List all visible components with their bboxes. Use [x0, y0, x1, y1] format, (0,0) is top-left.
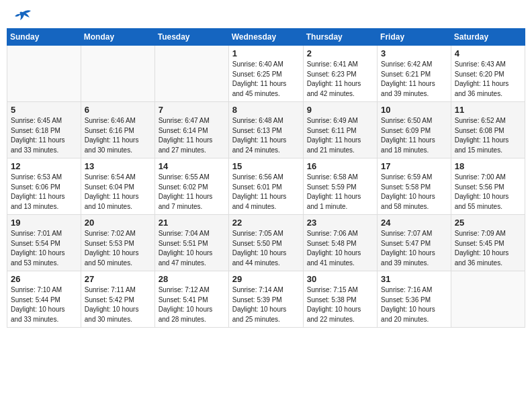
day-info: Sunrise: 7:16 AM Sunset: 5:36 PM Dayligh… — [381, 285, 447, 324]
calendar-cell: 18Sunrise: 7:00 AM Sunset: 5:56 PM Dayli… — [451, 158, 525, 215]
calendar-cell: 15Sunrise: 6:56 AM Sunset: 6:01 PM Dayli… — [228, 158, 303, 215]
calendar-cell — [81, 46, 154, 102]
day-info: Sunrise: 6:41 AM Sunset: 6:23 PM Dayligh… — [307, 60, 373, 99]
day-number: 22 — [232, 218, 300, 228]
calendar-cell: 6Sunrise: 6:46 AM Sunset: 6:16 PM Daylig… — [81, 102, 154, 158]
day-info: Sunrise: 6:50 AM Sunset: 6:09 PM Dayligh… — [381, 116, 447, 155]
day-number: 13 — [85, 161, 151, 171]
day-number: 4 — [455, 48, 521, 58]
day-number: 29 — [232, 274, 300, 284]
day-info: Sunrise: 7:14 AM Sunset: 5:39 PM Dayligh… — [232, 285, 300, 324]
weekday-header-wednesday: Wednesday — [228, 29, 303, 46]
day-number: 7 — [159, 105, 225, 115]
day-number: 31 — [381, 274, 447, 284]
calendar-table: SundayMondayTuesdayWednesdayThursdayFrid… — [7, 28, 525, 328]
day-info: Sunrise: 7:05 AM Sunset: 5:50 PM Dayligh… — [232, 229, 300, 268]
weekday-header-saturday: Saturday — [451, 29, 525, 46]
calendar-cell: 17Sunrise: 6:59 AM Sunset: 5:58 PM Dayli… — [378, 158, 451, 215]
day-number: 21 — [159, 218, 225, 228]
day-number: 30 — [307, 274, 373, 284]
calendar-cell — [451, 271, 525, 328]
calendar-cell: 16Sunrise: 6:58 AM Sunset: 5:59 PM Dayli… — [303, 158, 377, 215]
logo — [12, 9, 32, 20]
day-info: Sunrise: 6:48 AM Sunset: 6:13 PM Dayligh… — [232, 116, 300, 155]
day-info: Sunrise: 7:04 AM Sunset: 5:51 PM Dayligh… — [159, 229, 225, 268]
calendar-cell: 23Sunrise: 7:06 AM Sunset: 5:48 PM Dayli… — [303, 215, 377, 271]
day-number: 24 — [381, 218, 447, 228]
day-info: Sunrise: 7:15 AM Sunset: 5:38 PM Dayligh… — [307, 285, 373, 324]
day-info: Sunrise: 6:54 AM Sunset: 6:04 PM Dayligh… — [85, 173, 151, 212]
day-number: 8 — [232, 105, 300, 115]
day-number: 12 — [11, 161, 77, 171]
calendar-cell: 22Sunrise: 7:05 AM Sunset: 5:50 PM Dayli… — [228, 215, 303, 271]
calendar-cell: 12Sunrise: 6:53 AM Sunset: 6:06 PM Dayli… — [7, 158, 81, 215]
day-number: 15 — [232, 161, 300, 171]
day-number: 6 — [85, 105, 151, 115]
day-number: 23 — [307, 218, 373, 228]
day-info: Sunrise: 7:02 AM Sunset: 5:53 PM Dayligh… — [85, 229, 151, 268]
day-info: Sunrise: 6:49 AM Sunset: 6:11 PM Dayligh… — [307, 116, 373, 155]
day-info: Sunrise: 6:46 AM Sunset: 6:16 PM Dayligh… — [85, 116, 151, 155]
day-info: Sunrise: 6:42 AM Sunset: 6:21 PM Dayligh… — [381, 60, 447, 99]
day-number: 27 — [85, 274, 151, 284]
day-info: Sunrise: 6:52 AM Sunset: 6:08 PM Dayligh… — [455, 116, 521, 155]
calendar-cell: 29Sunrise: 7:14 AM Sunset: 5:39 PM Dayli… — [228, 271, 303, 328]
weekday-header-friday: Friday — [378, 29, 451, 46]
day-number: 26 — [11, 274, 77, 284]
day-info: Sunrise: 7:06 AM Sunset: 5:48 PM Dayligh… — [307, 229, 373, 268]
calendar-cell: 14Sunrise: 6:55 AM Sunset: 6:02 PM Dayli… — [154, 158, 228, 215]
calendar-cell: 8Sunrise: 6:48 AM Sunset: 6:13 PM Daylig… — [228, 102, 303, 158]
day-info: Sunrise: 6:47 AM Sunset: 6:14 PM Dayligh… — [159, 116, 225, 155]
calendar-cell: 11Sunrise: 6:52 AM Sunset: 6:08 PM Dayli… — [451, 102, 525, 158]
weekday-header-tuesday: Tuesday — [154, 29, 228, 46]
calendar-cell: 25Sunrise: 7:09 AM Sunset: 5:45 PM Dayli… — [451, 215, 525, 271]
calendar-cell: 9Sunrise: 6:49 AM Sunset: 6:11 PM Daylig… — [303, 102, 377, 158]
calendar-cell: 26Sunrise: 7:10 AM Sunset: 5:44 PM Dayli… — [7, 271, 81, 328]
day-info: Sunrise: 7:00 AM Sunset: 5:56 PM Dayligh… — [455, 173, 521, 212]
day-number: 19 — [11, 218, 77, 228]
day-info: Sunrise: 7:07 AM Sunset: 5:47 PM Dayligh… — [381, 229, 447, 268]
calendar-cell: 31Sunrise: 7:16 AM Sunset: 5:36 PM Dayli… — [378, 271, 451, 328]
weekday-header-thursday: Thursday — [303, 29, 377, 46]
weekday-header-monday: Monday — [81, 29, 154, 46]
day-number: 10 — [381, 105, 447, 115]
day-info: Sunrise: 6:55 AM Sunset: 6:02 PM Dayligh… — [159, 173, 225, 212]
day-info: Sunrise: 7:09 AM Sunset: 5:45 PM Dayligh… — [455, 229, 521, 268]
calendar-cell: 27Sunrise: 7:11 AM Sunset: 5:42 PM Dayli… — [81, 271, 154, 328]
calendar-cell: 3Sunrise: 6:42 AM Sunset: 6:21 PM Daylig… — [378, 46, 451, 102]
day-info: Sunrise: 6:59 AM Sunset: 5:58 PM Dayligh… — [381, 173, 447, 212]
day-number: 9 — [307, 105, 373, 115]
weekday-header-sunday: Sunday — [7, 29, 81, 46]
day-number: 2 — [307, 48, 373, 58]
day-info: Sunrise: 6:53 AM Sunset: 6:06 PM Dayligh… — [11, 173, 77, 212]
calendar-cell: 5Sunrise: 6:45 AM Sunset: 6:18 PM Daylig… — [7, 102, 81, 158]
calendar-cell: 24Sunrise: 7:07 AM Sunset: 5:47 PM Dayli… — [378, 215, 451, 271]
calendar-cell: 10Sunrise: 6:50 AM Sunset: 6:09 PM Dayli… — [378, 102, 451, 158]
day-number: 14 — [159, 161, 225, 171]
day-number: 18 — [455, 161, 521, 171]
calendar-cell: 4Sunrise: 6:43 AM Sunset: 6:20 PM Daylig… — [451, 46, 525, 102]
day-number: 17 — [381, 161, 447, 171]
calendar-cell: 19Sunrise: 7:01 AM Sunset: 5:54 PM Dayli… — [7, 215, 81, 271]
day-number: 16 — [307, 161, 373, 171]
logo-bird-icon — [13, 9, 32, 24]
calendar-cell — [7, 46, 81, 102]
day-number: 25 — [455, 218, 521, 228]
day-info: Sunrise: 7:01 AM Sunset: 5:54 PM Dayligh… — [11, 229, 77, 268]
page-header — [7, 7, 525, 23]
day-number: 3 — [381, 48, 447, 58]
day-number: 11 — [455, 105, 521, 115]
day-info: Sunrise: 7:10 AM Sunset: 5:44 PM Dayligh… — [11, 285, 77, 324]
day-info: Sunrise: 7:11 AM Sunset: 5:42 PM Dayligh… — [85, 285, 151, 324]
calendar-cell: 13Sunrise: 6:54 AM Sunset: 6:04 PM Dayli… — [81, 158, 154, 215]
day-number: 20 — [85, 218, 151, 228]
calendar-cell: 20Sunrise: 7:02 AM Sunset: 5:53 PM Dayli… — [81, 215, 154, 271]
calendar-cell: 2Sunrise: 6:41 AM Sunset: 6:23 PM Daylig… — [303, 46, 377, 102]
calendar-cell: 21Sunrise: 7:04 AM Sunset: 5:51 PM Dayli… — [154, 215, 228, 271]
day-number: 1 — [232, 48, 300, 58]
calendar-cell: 1Sunrise: 6:40 AM Sunset: 6:25 PM Daylig… — [228, 46, 303, 102]
day-info: Sunrise: 6:58 AM Sunset: 5:59 PM Dayligh… — [307, 173, 373, 212]
day-info: Sunrise: 7:12 AM Sunset: 5:41 PM Dayligh… — [159, 285, 225, 324]
day-number: 28 — [159, 274, 225, 284]
calendar-cell: 28Sunrise: 7:12 AM Sunset: 5:41 PM Dayli… — [154, 271, 228, 328]
